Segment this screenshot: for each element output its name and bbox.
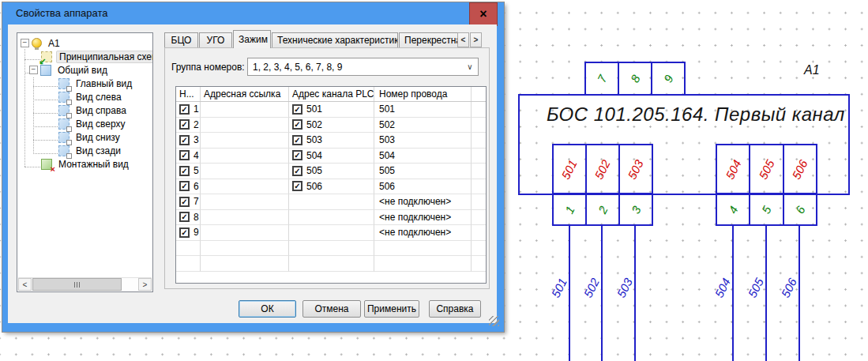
table-row[interactable]: ✓4 ✓504 504 [176, 149, 486, 164]
plc-cell: 502 [587, 145, 620, 193]
table-row[interactable]: ✓9 <не подключен> [176, 225, 486, 241]
table-row[interactable]: ✓6 ✓506 506 [176, 179, 486, 195]
terminal-strip-top: 7 8 9 [584, 62, 686, 96]
tree-horizontal-scrollbar[interactable]: < > [18, 277, 152, 291]
table-row[interactable]: ✓8 <не подключен> [176, 210, 486, 226]
table-empty-row[interactable] [176, 241, 486, 257]
wire-label: 504 [705, 264, 741, 314]
check-icon: ✓ [181, 228, 187, 237]
plc-checkbox[interactable]: ✓ [292, 135, 302, 145]
terminal-block-1: 501 502 503 1 2 3 [552, 144, 653, 226]
wire-label: 501 [542, 264, 577, 314]
table-row[interactable]: ✓5 ✓505 505 [176, 164, 486, 179]
col-number[interactable]: Н... [176, 87, 201, 101]
plc-checkbox[interactable]: ✓ [292, 104, 302, 115]
scrollbar-thumb[interactable] [32, 278, 122, 291]
tree-item-general-view[interactable]: − Общий вид [17, 63, 152, 77]
structure-tree[interactable]: − A1 ↙ Принципиальная схем − Общий вид Г… [17, 32, 153, 292]
tree-item-main-view[interactable]: Главный вид [17, 77, 152, 90]
close-button[interactable]: × [469, 2, 498, 26]
scroll-right-icon[interactable]: > [138, 278, 152, 291]
table-row[interactable]: ✓3 ✓503 503 [176, 133, 486, 149]
dialog-titlebar[interactable]: Свойства аппарата [2, 2, 504, 24]
apply-button[interactable]: Применить [364, 300, 419, 318]
ok-button[interactable]: ОК [239, 300, 296, 318]
tab-strip: БЦО УГО Зажим Технические характеристики… [164, 30, 461, 48]
row-checkbox[interactable]: ✓ [179, 181, 190, 191]
row-checkbox[interactable]: ✓ [179, 166, 190, 176]
tab-scroll-right-icon[interactable]: > [470, 32, 482, 47]
plc-checkbox[interactable]: ✓ [292, 166, 302, 176]
scrollbar-track[interactable] [32, 278, 138, 291]
collapse-icon[interactable]: − [29, 66, 38, 74]
col-plc-channel[interactable]: Адрес канала PLC [289, 87, 374, 101]
tree-item-view-top[interactable]: Вид сверху [17, 117, 152, 130]
table-row[interactable]: ✓7 <не подключен> [176, 194, 486, 210]
check-icon: ✓ [294, 182, 300, 190]
wire-label: 502 [574, 264, 610, 314]
terminal-cell: 6 [784, 194, 816, 224]
check-icon: ✓ [181, 197, 187, 206]
view-icon [58, 78, 70, 89]
chevron-down-icon: ∨ [462, 62, 478, 71]
tree-item-mounting-view[interactable]: × Монтажный вид [17, 157, 152, 171]
tree-item-principal-schematic[interactable]: ↙ Принципиальная схем [17, 50, 152, 63]
scroll-left-icon[interactable]: < [18, 278, 32, 291]
terminal-cell: 8 [619, 63, 652, 94]
tree-item-view-back[interactable]: Вид сзади [17, 144, 152, 157]
row-checkbox[interactable]: ✓ [179, 228, 190, 238]
plc-cell: 505 [750, 145, 783, 193]
plc-checkbox[interactable]: ✓ [292, 181, 302, 191]
wire [732, 226, 734, 361]
tree-item-view-right[interactable]: Вид справа [17, 103, 152, 117]
terminals-table[interactable]: Н... Адресная ссылка Адрес канала PLC Но… [175, 86, 487, 284]
device-title: БОС 101.205.164. Первый канал [547, 103, 848, 126]
check-icon: ✓ [294, 120, 300, 129]
tree-item-view-left[interactable]: Вид слева [17, 90, 152, 103]
terminal-cell: 9 [652, 63, 684, 94]
help-button[interactable]: Справка [429, 300, 481, 318]
check-icon: ✓ [294, 136, 300, 145]
plc-address-row: 501 502 503 [554, 145, 652, 194]
device-properties-dialog: Свойства аппарата × − A1 [2, 2, 504, 332]
col-address-link[interactable]: Адресная ссылка [201, 87, 289, 101]
plc-cell: 501 [554, 145, 587, 193]
terminal-cell: 5 [750, 194, 783, 224]
group-numbers-combobox[interactable]: 1, 2, 3, 4, 5, 6, 7, 8, 9 ∨ [247, 58, 479, 76]
tab-scroll-left-icon[interactable]: < [457, 32, 469, 47]
view-icon [58, 132, 70, 143]
plc-checkbox[interactable]: ✓ [292, 150, 302, 160]
check-icon: ✓ [181, 167, 187, 175]
check-icon: ✓ [181, 136, 187, 145]
col-wire-number[interactable]: Номер провода [374, 87, 472, 101]
tab-cross-reference[interactable]: Перекрестная с [399, 32, 460, 48]
tab-ugo[interactable]: УГО [199, 32, 232, 48]
check-icon: ✓ [181, 105, 187, 114]
table-row[interactable]: ✓2 ✓502 502 [176, 118, 486, 133]
check-icon: ✓ [294, 105, 300, 114]
tree-item-view-bottom[interactable]: Вид снизу [17, 130, 152, 144]
wire-label: 503 [607, 264, 643, 314]
dialog-title: Свойства аппарата [16, 7, 107, 19]
table-header: Н... Адресная ссылка Адрес канала PLC Но… [176, 87, 486, 102]
row-checkbox[interactable]: ✓ [179, 150, 190, 160]
row-checkbox[interactable]: ✓ [179, 212, 190, 222]
tab-bco[interactable]: БЦО [164, 32, 198, 48]
row-checkbox[interactable]: ✓ [179, 104, 190, 115]
collapse-icon[interactable]: − [21, 39, 29, 47]
cancel-button[interactable]: Отмена [302, 300, 361, 318]
terminal-cell: 2 [587, 194, 620, 224]
plc-cell: 503 [620, 145, 652, 193]
view-group-icon [40, 65, 51, 76]
resize-grip[interactable] [489, 316, 499, 326]
wire [798, 226, 800, 361]
tree-item-a1[interactable]: − A1 [17, 36, 152, 50]
row-checkbox[interactable]: ✓ [179, 197, 190, 207]
table-row[interactable]: ✓1 ✓501 501 [176, 102, 486, 118]
table-empty-row[interactable] [176, 256, 486, 272]
tab-zazhim[interactable]: Зажим [233, 30, 271, 48]
plc-checkbox[interactable]: ✓ [292, 119, 302, 130]
tab-tech-characteristics[interactable]: Технические характеристики [272, 32, 398, 48]
row-checkbox[interactable]: ✓ [179, 119, 190, 130]
row-checkbox[interactable]: ✓ [179, 135, 190, 145]
